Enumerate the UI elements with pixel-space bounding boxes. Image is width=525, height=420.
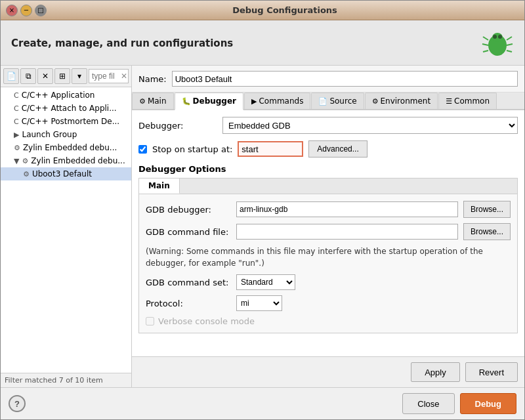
filter-count: Filter matched 7 of 10 item	[5, 376, 103, 385]
debug-button[interactable]: Debug	[460, 393, 516, 414]
sidebar-item-launch-group-label: Launch Group	[22, 130, 77, 139]
window-controls: × − □	[6, 5, 47, 16]
duplicate-config-button[interactable]: ⧉	[20, 68, 36, 84]
uboot3-icon: ⚙	[23, 170, 30, 178]
gdb-debugger-input[interactable]	[236, 201, 458, 217]
debugger-field-label: Debugger:	[138, 121, 217, 131]
debugger-options-label: Debugger Options	[138, 164, 518, 174]
tab-common[interactable]: ☰ Common	[438, 93, 497, 109]
sidebar-item-cpp-attach[interactable]: C C/C++ Attach to Appli...	[1, 102, 131, 115]
tab-commands[interactable]: ▶ Commands	[244, 93, 310, 109]
new-config-button[interactable]: 📄	[3, 68, 19, 84]
sidebar-item-zylin2-label: Zylin Embedded debu...	[31, 156, 125, 165]
sidebar-item-zylin1[interactable]: ⚙ Zylin Embedded debu...	[1, 141, 131, 154]
cpp-app-icon: C	[14, 91, 19, 100]
main-tab-icon: ⚙	[139, 97, 146, 106]
gdb-command-file-input[interactable]	[236, 224, 458, 240]
footer-buttons: Close Debug	[402, 393, 516, 414]
tab-common-label: Common	[454, 96, 490, 106]
tab-main[interactable]: ⚙ Main	[132, 93, 174, 109]
gdb-cmdset-row: GDB command set: Standard Default Wind R…	[146, 274, 511, 290]
svg-line-2	[483, 37, 488, 40]
gdb-command-file-label: GDB command file:	[146, 227, 231, 237]
verbose-label: Verbose console mode	[158, 316, 255, 326]
sidebar-item-cpp-attach-label: C/C++ Attach to Appli...	[22, 104, 117, 113]
protocol-row: Protocol: mi mi1 mi2	[146, 295, 511, 311]
debugger-tab-icon: 🐛	[182, 97, 191, 106]
tab-environment-label: Environment	[381, 96, 431, 106]
tabs-bar: ⚙ Main 🐛 Debugger ▶ Commands 📄 Source ⚙	[132, 93, 524, 110]
zylin2-icon: ⚙	[22, 157, 28, 165]
cpp-attach-icon: C	[14, 104, 19, 113]
filter-box: ✕	[89, 69, 129, 83]
stop-at-input[interactable]	[238, 141, 303, 157]
sidebar-item-cpp-app-label: C/C++ Application	[22, 91, 95, 100]
debug-configurations-window: × − □ Debug Configurations Create, manag…	[0, 0, 525, 420]
svg-line-7	[507, 51, 512, 52]
help-button[interactable]: ?	[9, 395, 26, 412]
tab-debugger[interactable]: 🐛 Debugger	[175, 93, 243, 110]
cpp-postmortem-icon: C	[14, 117, 19, 126]
name-input[interactable]	[172, 71, 518, 87]
sidebar-item-cpp-postmortem-label: C/C++ Postmortem De...	[22, 117, 119, 126]
delete-config-button[interactable]: ✕	[37, 68, 53, 84]
maximize-button[interactable]: □	[35, 5, 47, 16]
source-tab-icon: 📄	[318, 97, 327, 106]
gdb-debugger-label: GDB debugger:	[146, 205, 231, 215]
name-row: Name:	[132, 66, 524, 93]
sidebar-footer: Filter matched 7 of 10 item	[1, 373, 131, 387]
advanced-button[interactable]: Advanced...	[308, 140, 367, 158]
debugger-panel-content: Debugger: Embedded GDB Stop on startup a…	[132, 110, 524, 356]
gdb-cmdset-select[interactable]: Standard Default Wind River	[236, 274, 295, 290]
main-content: 📄 ⧉ ✕ ⊞ ▾ ✕ C C/C++ Application C C/C++ …	[1, 66, 524, 387]
protocol-label: Protocol:	[146, 299, 231, 308]
stop-on-startup-label: Stop on startup at:	[152, 144, 232, 154]
sidebar-item-uboot3[interactable]: ⚙ Uboot3 Default	[1, 167, 131, 180]
sidebar-item-launch-group[interactable]: ▶ Launch Group	[1, 128, 131, 141]
revert-button[interactable]: Revert	[465, 362, 518, 382]
inner-tab-main[interactable]: Main	[139, 178, 180, 194]
environment-tab-icon: ⚙	[372, 97, 379, 106]
gdb-command-file-row: GDB command file: Browse...	[146, 223, 511, 240]
header: Create, manage, and run configurations	[1, 20, 524, 66]
sidebar-item-cpp-app[interactable]: C C/C++ Application	[1, 89, 131, 102]
svg-line-4	[482, 44, 488, 45]
gdb-command-file-browse-button[interactable]: Browse...	[463, 223, 511, 240]
svg-point-9	[498, 35, 502, 39]
sidebar-item-zylin2[interactable]: ▼ ⚙ Zylin Embedded debu...	[1, 154, 131, 167]
tab-environment[interactable]: ⚙ Environment	[365, 93, 438, 109]
gdb-debugger-browse-button[interactable]: Browse...	[463, 201, 511, 218]
stop-on-startup-checkbox[interactable]	[138, 145, 147, 154]
apply-revert-bar: Apply Revert	[132, 356, 524, 387]
apply-button[interactable]: Apply	[411, 362, 460, 382]
protocol-select[interactable]: mi mi1 mi2	[236, 295, 282, 311]
filter-button[interactable]: ⊞	[54, 68, 70, 84]
inner-tab-main-label: Main	[148, 181, 170, 190]
close-window-button[interactable]: ×	[6, 5, 18, 16]
sidebar-item-cpp-postmortem[interactable]: C C/C++ Postmortem De...	[1, 115, 131, 128]
minimize-button[interactable]: −	[20, 5, 32, 16]
more-button[interactable]: ▾	[72, 68, 87, 84]
right-panel: Name: ⚙ Main 🐛 Debugger ▶ Commands	[132, 66, 524, 387]
zylin1-icon: ⚙	[14, 144, 20, 152]
gdb-cmdset-label: GDB command set:	[146, 278, 231, 287]
tab-source-label: Source	[329, 96, 356, 106]
svg-line-6	[483, 51, 488, 52]
debugger-select[interactable]: Embedded GDB	[222, 117, 518, 134]
svg-line-5	[507, 44, 513, 45]
close-button[interactable]: Close	[402, 393, 454, 414]
tab-source[interactable]: 📄 Source	[311, 93, 364, 109]
warning-message: (Warning: Some commands in this file may…	[146, 247, 483, 268]
sidebar: 📄 ⧉ ✕ ⊞ ▾ ✕ C C/C++ Application C C/C++ …	[1, 66, 132, 387]
tab-main-label: Main	[148, 96, 167, 106]
titlebar: × − □ Debug Configurations	[1, 1, 524, 20]
stop-on-startup-row: Stop on startup at: Advanced...	[138, 140, 518, 158]
name-label: Name:	[138, 74, 167, 84]
filter-clear-button[interactable]: ✕	[121, 72, 127, 81]
window-title: Debug Configurations	[51, 5, 519, 15]
config-tree: C C/C++ Application C C/C++ Attach to Ap…	[1, 87, 131, 373]
common-tab-icon: ☰	[446, 97, 452, 106]
verbose-checkbox[interactable]	[146, 317, 154, 326]
svg-line-3	[507, 37, 512, 40]
footer-bar: ? Close Debug	[1, 387, 524, 419]
